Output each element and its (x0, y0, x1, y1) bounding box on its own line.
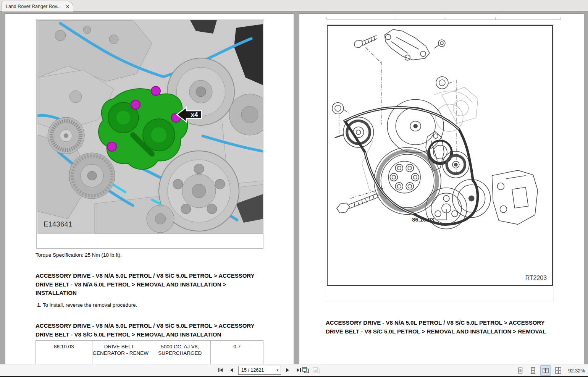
document-tab[interactable]: Land Rover Ranger Rov... × (2, 1, 73, 11)
tab-close-icon[interactable]: × (66, 4, 69, 9)
x4-callout-label: x4 (191, 111, 198, 118)
table-cell-operation-name: DRIVE BELT - GENERATOR - RENEW (92, 341, 149, 364)
installation-heading: ACCESSORY DRIVE - V8 N/A 5.0L PETROL / V… (36, 272, 258, 298)
operation-table: 86.10.03 DRIVE BELT - GENERATOR - RENEW … (36, 340, 263, 364)
zoom-level[interactable]: 92.32% (568, 368, 585, 374)
belt-figure-container: 86.10.03 RT2203 (326, 24, 554, 302)
tab-bar: Land Rover Ranger Rov... × (0, 0, 588, 11)
ribbed-pulley-left (48, 117, 84, 154)
first-page-button[interactable] (216, 366, 225, 375)
table-cell-time: 0.7 (210, 341, 263, 364)
continuous-view-button[interactable] (528, 366, 538, 375)
belt-figure-frame: 86.10.03 RT2203 (327, 25, 553, 286)
page-number-value: 15 / 12621 (241, 367, 264, 373)
figure-code-left: E143641 (44, 220, 73, 228)
figure-code-right: RT2203 (525, 275, 547, 281)
previous-page-button[interactable] (227, 366, 236, 375)
belt-routing-figure: 86.10.03 RT2203 (328, 26, 552, 285)
table-cutoff-line (326, 17, 561, 20)
page-layout-controls: 92.32% (515, 366, 585, 375)
view-history (301, 366, 321, 375)
viewer-toolbar: 15 / 12621 ▾ (0, 364, 588, 377)
installation-step: 1. To install, reverse the removal proce… (37, 302, 137, 308)
pdf-page-right: 86.10.03 RT2203 ACCESSORY DRIVE - V8 N/A… (299, 14, 584, 364)
engine-figure: x4 E143641 (37, 20, 263, 234)
document-tab-title: Land Rover Ranger Rov... (6, 4, 63, 9)
engine-figure-container: x4 E143641 (36, 19, 263, 249)
pdf-page-left: x4 E143641 Torque Specification: 25 Nm (… (5, 14, 294, 364)
torque-specification: Torque Specification: 25 Nm (18 lb.ft). (36, 252, 122, 258)
table-cell-engine-spec: 5000 CC, AJ V8, SUPERCHARGED (149, 341, 210, 364)
camshaft-gear (69, 153, 115, 199)
page-dropdown-icon[interactable]: ▾ (274, 368, 281, 372)
removal-heading-right: ACCESSORY DRIVE - V8 N/A 5.0L PETROL / V… (326, 319, 550, 336)
removal-heading-left: ACCESSORY DRIVE - V8 N/A 5.0L PETROL / V… (36, 322, 258, 339)
page-navigation: 15 / 12621 ▾ (216, 366, 303, 375)
page-number-field[interactable]: 15 / 12621 ▾ (238, 366, 281, 375)
belt-part-label: 86.10.03 (412, 216, 434, 223)
single-page-view-button[interactable] (515, 366, 525, 375)
two-page-continuous-view-button[interactable] (553, 366, 563, 375)
next-page-button[interactable] (283, 366, 292, 375)
table-cell-operation-code: 86.10.03 (36, 341, 92, 364)
two-page-view-button[interactable] (541, 366, 551, 375)
document-view: x4 E143641 Torque Specification: 25 Nm (… (0, 11, 588, 364)
next-view-button[interactable] (312, 366, 321, 375)
previous-view-button[interactable] (301, 366, 310, 375)
